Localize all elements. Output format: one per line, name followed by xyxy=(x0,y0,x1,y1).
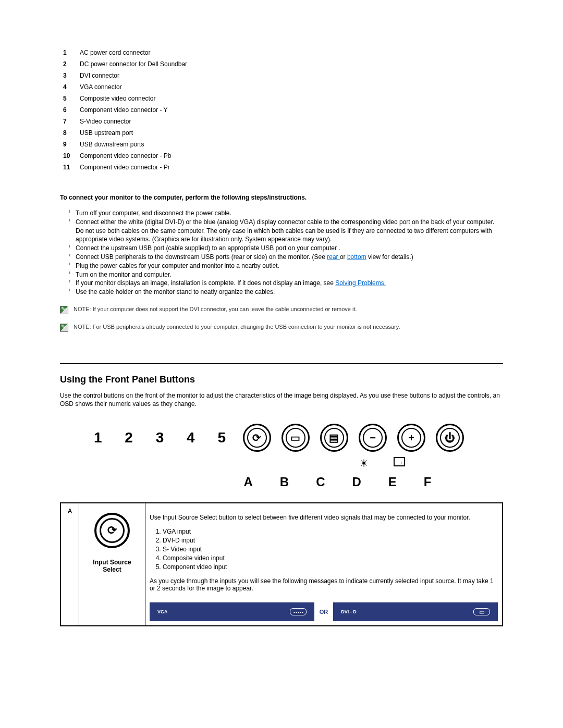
connector-number: 6 xyxy=(60,104,77,116)
connector-label: Component video connector - Pb xyxy=(77,150,190,162)
plus-icon: + xyxy=(397,424,425,452)
connector-number: 4 xyxy=(60,81,77,93)
connector-number: 1 xyxy=(60,47,77,58)
connector-row: 9USB downstream ports xyxy=(60,139,190,150)
dvi-port-icon: ▯▯▯▯ xyxy=(473,608,490,615)
connector-row: 4VGA connector xyxy=(60,81,190,93)
note-1: NOTE: If your computer does not support … xyxy=(60,306,503,314)
menu-icon: ▤ xyxy=(320,424,348,452)
input-source-big-icon: ⟳ xyxy=(94,513,130,548)
connector-label: S-Video connector xyxy=(77,116,190,127)
connector-number: 10 xyxy=(60,150,77,162)
diagram-numbers: 1 2 3 4 5 xyxy=(94,429,235,446)
connector-label: DVI connector xyxy=(77,70,190,81)
power-icon: ⏻ xyxy=(436,424,464,452)
step-7: If your monitor displays an image, insta… xyxy=(60,279,503,288)
osd-preview: VGA ⚬⚬⚬⚬⚬ OR DVI - D ▯▯▯▯ xyxy=(150,602,498,621)
connector-label: USB downstream ports xyxy=(77,139,190,150)
connector-row: 1AC power cord connector xyxy=(60,47,190,58)
row-letter: A xyxy=(60,503,79,626)
section-divider xyxy=(60,363,503,364)
osd-vga-box: VGA ⚬⚬⚬⚬⚬ xyxy=(150,602,314,621)
connector-row: 7S-Video connector xyxy=(60,116,190,127)
step-5: Plug the power cables for your computer … xyxy=(60,262,503,270)
sub-icons: ☀ xyxy=(261,457,503,470)
connector-label: AC power cord connector xyxy=(77,47,190,58)
minus-icon: − xyxy=(359,424,387,452)
connector-row: 8USB upstream port xyxy=(60,127,190,139)
connector-number: 9 xyxy=(60,139,77,150)
connector-number: 2 xyxy=(60,58,77,70)
section-heading: Using the Front Panel Buttons xyxy=(60,374,503,385)
connector-label: DC power connector for Dell Soundbar xyxy=(77,58,190,70)
connector-row: 2DC power connector for Dell Soundbar xyxy=(60,58,190,70)
connector-list: 1AC power cord connector2DC power connec… xyxy=(60,47,190,173)
connector-label: Composite video connector xyxy=(77,93,190,104)
intro-paragraph: Use the control buttons on the front of … xyxy=(60,391,503,408)
connector-number: 11 xyxy=(60,162,77,173)
vga-port-icon: ⚬⚬⚬⚬⚬ xyxy=(290,608,307,615)
step-3: Connect the upstream USB port (cable sup… xyxy=(60,244,503,253)
button-diagram: 1 2 3 4 5 ⟳ ▭ ▤ − + ⏻ xyxy=(60,424,503,452)
step-8: Use the cable holder on the monitor stan… xyxy=(60,288,503,297)
table-row: A ⟳ Input Source Select Use Input Source… xyxy=(60,503,503,626)
connector-label: USB upstream port xyxy=(77,127,190,139)
input-source-icon: ⟳ xyxy=(243,424,271,452)
connector-label: VGA connector xyxy=(77,81,190,93)
connector-row: 3DVI connector xyxy=(60,70,190,81)
connect-heading: To connect your monitor to the computer,… xyxy=(60,194,503,201)
connector-number: 5 xyxy=(60,93,77,104)
connector-number: 7 xyxy=(60,116,77,127)
pip-icon: ▭ xyxy=(282,424,310,452)
note-icon xyxy=(60,306,68,314)
row-description: Use Input Source Select button to select… xyxy=(145,503,503,626)
bottom-link[interactable]: bottom xyxy=(347,253,366,261)
osd-dvi-box: DVI - D ▯▯▯▯ xyxy=(333,602,498,621)
step-4: Connect USB peripherals to the downstrea… xyxy=(60,253,503,262)
row-icon-cell: ⟳ Input Source Select xyxy=(79,503,145,626)
osd-or: OR xyxy=(320,609,328,615)
connector-row: 10Component video connector - Pb xyxy=(60,150,190,162)
step-6: Turn on the monitor and computer. xyxy=(60,270,503,279)
solving-problems-link[interactable]: Solving Problems. xyxy=(335,279,386,287)
step-1: Turn off your computer, and disconnect t… xyxy=(60,209,503,218)
note-icon xyxy=(60,324,68,332)
auto-adjust-icon xyxy=(394,457,405,466)
connector-row: 11Component video connector - Pr xyxy=(60,162,190,173)
connector-label: Component video connector - Pr xyxy=(77,162,190,173)
connector-row: 5Composite video connector xyxy=(60,93,190,104)
connector-number: 8 xyxy=(60,127,77,139)
rear-link[interactable]: rear xyxy=(327,253,340,261)
note-2: NOTE: For USB peripherals already connec… xyxy=(60,324,503,332)
connector-number: 3 xyxy=(60,70,77,81)
brightness-icon: ☀ xyxy=(359,457,369,470)
connector-row: 6Component video connector - Y xyxy=(60,104,190,116)
input-options: VGA input DVI-D input S- Video input Com… xyxy=(163,527,498,571)
step-2: Connect either the white (digital DVI-D)… xyxy=(60,218,503,244)
front-panel-table: A ⟳ Input Source Select Use Input Source… xyxy=(60,502,503,626)
connector-label: Component video connector - Y xyxy=(77,104,190,116)
diagram-letters: A B C D E F xyxy=(172,475,503,489)
setup-steps: Turn off your computer, and disconnect t… xyxy=(60,209,503,297)
